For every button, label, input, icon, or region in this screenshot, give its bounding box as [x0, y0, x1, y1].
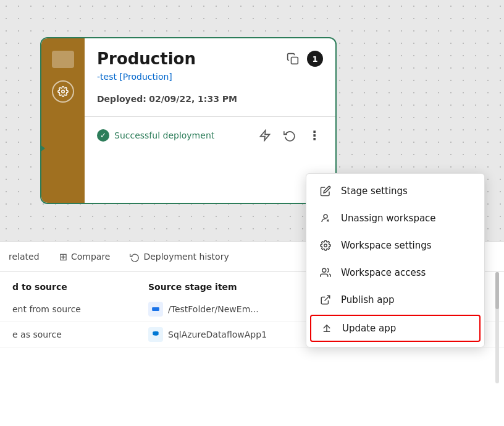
menu-item-workspace-access[interactable]: Workspace access — [306, 259, 484, 286]
svg-marker-2 — [261, 130, 270, 141]
menu-item-workspace-settings[interactable]: Workspace settings — [306, 232, 484, 259]
context-menu: Stage settings Unassign workspace Worksp… — [306, 173, 485, 347]
card-title-icons: 1 — [284, 49, 323, 68]
deployed-value: 02/09/22, 1:33 PM — [149, 94, 237, 104]
menu-item-publish-app[interactable]: Publish app — [306, 286, 484, 313]
tab-deployment-history[interactable]: Deployment history — [121, 246, 237, 268]
card-left-stripe — [41, 38, 85, 203]
svg-rect-11 — [152, 307, 159, 311]
people-icon — [319, 266, 332, 279]
footer-icons: ⋮ — [256, 127, 323, 144]
export-icon — [319, 293, 332, 307]
card-footer: ✓ Successful deployment ⋮ — [97, 127, 323, 144]
stripe-folder-icon — [52, 51, 74, 68]
update-app-label: Update app — [342, 323, 396, 334]
publish-app-label: Publish app — [341, 294, 394, 305]
card-subtitle: -test [Production] — [97, 72, 323, 82]
svg-point-7 — [322, 268, 326, 272]
copy-button[interactable] — [284, 49, 302, 68]
notification-badge: 1 — [307, 51, 323, 67]
compare-label: Compare — [71, 252, 111, 262]
compare-icon: ⊞ — [59, 251, 67, 263]
success-check-icon: ✓ — [97, 129, 109, 142]
scrollbar-thumb[interactable] — [495, 272, 499, 309]
more-options-button[interactable]: ⋮ — [306, 127, 323, 144]
svg-point-3 — [324, 215, 327, 218]
col1-header: d to source — [12, 282, 148, 292]
card-title-row: Production 1 — [97, 49, 323, 68]
history-tab-icon — [130, 251, 140, 263]
card-content: Production 1 -test [Production] Deployed… — [85, 38, 335, 203]
sql-icon — [148, 327, 163, 342]
arrow-head — [40, 145, 45, 152]
row2-col2-text: SqlAzureDataflowApp1 — [168, 330, 267, 339]
dataflow-icon — [148, 302, 163, 317]
svg-point-6 — [324, 244, 327, 247]
pencil-icon — [319, 184, 332, 198]
workspace-settings-label: Workspace settings — [341, 240, 432, 251]
deployed-label: Deployed: — [97, 94, 146, 104]
upload-icon — [320, 322, 334, 335]
stage-settings-label: Stage settings — [341, 185, 408, 197]
production-card: Production 1 -test [Production] Deployed… — [40, 37, 337, 204]
history-button[interactable] — [281, 127, 298, 144]
card-deployed: Deployed: 02/09/22, 1:33 PM — [97, 94, 323, 104]
row2-col1: e as source — [12, 330, 148, 339]
row1-col1: ent from source — [12, 304, 148, 314]
menu-item-stage-settings[interactable]: Stage settings — [306, 177, 484, 205]
stripe-settings-icon — [52, 80, 74, 103]
related-label: related — [9, 252, 40, 262]
tab-compare[interactable]: ⊞ Compare — [51, 246, 119, 268]
lightning-button[interactable] — [256, 127, 274, 144]
menu-item-unassign-workspace[interactable]: Unassign workspace — [306, 205, 484, 232]
svg-rect-1 — [292, 58, 298, 64]
deployment-history-label: Deployment history — [143, 252, 229, 262]
success-text: Successful deployment — [114, 130, 214, 140]
gear-icon — [319, 239, 332, 252]
menu-item-update-app[interactable]: Update app — [310, 315, 481, 342]
card-divider — [85, 116, 335, 117]
tab-related[interactable]: related — [0, 247, 48, 266]
unassign-icon — [319, 211, 332, 225]
scrollbar[interactable] — [495, 272, 499, 383]
svg-line-8 — [325, 296, 330, 300]
unassign-workspace-label: Unassign workspace — [341, 213, 436, 224]
success-badge: ✓ Successful deployment — [97, 129, 214, 142]
card-title: Production — [97, 49, 196, 68]
svg-point-0 — [62, 90, 65, 93]
arrow-indicator — [40, 145, 45, 152]
row1-col2-text: /TestFolder/NewEm... — [168, 304, 259, 314]
workspace-access-label: Workspace access — [341, 267, 426, 278]
